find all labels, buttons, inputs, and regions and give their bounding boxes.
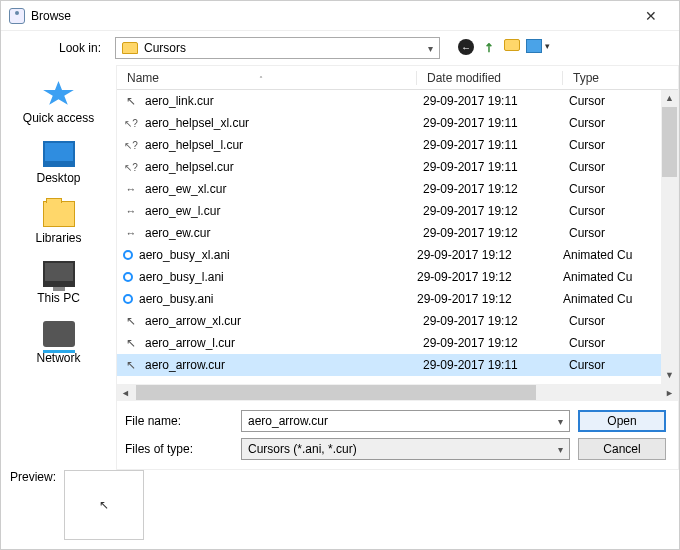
filter-value: Cursors (*.ani, *.cur): [248, 442, 357, 456]
file-icon: [123, 272, 133, 282]
file-row[interactable]: aero_helpsel_xl.cur29-09-2017 19:11Curso…: [117, 112, 678, 134]
file-icon: [123, 313, 139, 329]
sidebar-item-network[interactable]: Network: [1, 313, 116, 373]
file-date: 29-09-2017 19:12: [417, 292, 563, 306]
file-name: aero_ew_xl.cur: [145, 182, 423, 196]
column-type[interactable]: Type: [563, 71, 678, 85]
file-icon: [123, 181, 139, 197]
scroll-right-arrow-icon[interactable]: ►: [661, 388, 678, 398]
bottom-controls: File name: aero_arrow.cur ▾ Open Files o…: [117, 401, 678, 469]
new-folder-button[interactable]: [504, 39, 520, 51]
cursor-preview-icon: ↖: [99, 498, 109, 512]
file-icon: [123, 335, 139, 351]
up-one-level-button[interactable]: ↗: [476, 35, 501, 60]
sidebar-label: This PC: [37, 291, 80, 305]
file-name: aero_busy_l.ani: [139, 270, 417, 284]
column-name[interactable]: Name˄: [117, 71, 417, 85]
chevron-down-icon: ▾: [428, 43, 433, 54]
views-button[interactable]: [526, 39, 542, 53]
sidebar-item-desktop[interactable]: Desktop: [1, 133, 116, 193]
file-row[interactable]: aero_arrow_xl.cur29-09-2017 19:12Cursor: [117, 310, 678, 332]
sidebar-label: Libraries: [35, 231, 81, 245]
filter-label: Files of type:: [125, 442, 233, 456]
file-row[interactable]: aero_busy.ani29-09-2017 19:12Animated Cu: [117, 288, 678, 310]
file-icon: [123, 93, 139, 109]
sidebar-label: Quick access: [23, 111, 94, 125]
cancel-button[interactable]: Cancel: [578, 438, 666, 460]
file-row[interactable]: aero_link.cur29-09-2017 19:11Cursor: [117, 90, 678, 112]
file-icon: [123, 203, 139, 219]
sidebar-label: Desktop: [36, 171, 80, 185]
folder-icon: [122, 42, 138, 54]
file-row[interactable]: aero_arrow.cur29-09-2017 19:11Cursor: [117, 354, 678, 376]
vertical-scrollbar[interactable]: ▲ ▼: [661, 90, 678, 384]
file-name: aero_helpsel.cur: [145, 160, 423, 174]
filename-input[interactable]: aero_arrow.cur ▾: [241, 410, 570, 432]
file-row[interactable]: aero_arrow_l.cur29-09-2017 19:12Cursor: [117, 332, 678, 354]
file-name: aero_helpsel_xl.cur: [145, 116, 423, 130]
sidebar-item-this-pc[interactable]: This PC: [1, 253, 116, 313]
sidebar-label: Network: [36, 351, 80, 365]
file-row[interactable]: aero_helpsel.cur29-09-2017 19:11Cursor: [117, 156, 678, 178]
scroll-down-arrow-icon[interactable]: ▼: [661, 367, 678, 384]
window-title: Browse: [31, 9, 71, 23]
file-date: 29-09-2017 19:12: [423, 226, 569, 240]
column-headers: Name˄ Date modified Type: [117, 66, 678, 90]
close-button[interactable]: ✕: [631, 8, 671, 24]
network-icon: [43, 321, 75, 347]
file-list-pane: Name˄ Date modified Type aero_link.cur29…: [116, 65, 679, 470]
file-row[interactable]: aero_busy_xl.ani29-09-2017 19:12Animated…: [117, 244, 678, 266]
scroll-thumb[interactable]: [662, 107, 677, 177]
preview-box: ↖: [64, 470, 144, 540]
file-name: aero_arrow_l.cur: [145, 336, 423, 350]
file-name: aero_ew.cur: [145, 226, 423, 240]
desktop-icon: [43, 141, 75, 167]
file-date: 29-09-2017 19:12: [423, 314, 569, 328]
back-button[interactable]: ←: [458, 39, 474, 55]
file-row[interactable]: aero_busy_l.ani29-09-2017 19:12Animated …: [117, 266, 678, 288]
file-date: 29-09-2017 19:11: [423, 160, 569, 174]
scroll-left-arrow-icon[interactable]: ◄: [117, 388, 134, 398]
file-icon: [123, 250, 133, 260]
file-row[interactable]: aero_ew_l.cur29-09-2017 19:12Cursor: [117, 200, 678, 222]
file-name: aero_busy_xl.ani: [139, 248, 417, 262]
nav-toolbar: ← ↗: [458, 39, 542, 57]
file-icon: [123, 357, 139, 373]
preview-label: Preview:: [10, 470, 56, 484]
file-date: 29-09-2017 19:12: [423, 204, 569, 218]
file-row[interactable]: aero_ew.cur29-09-2017 19:12Cursor: [117, 222, 678, 244]
file-row[interactable]: aero_helpsel_l.cur29-09-2017 19:11Cursor: [117, 134, 678, 156]
scroll-up-arrow-icon[interactable]: ▲: [661, 90, 678, 107]
filename-label: File name:: [125, 414, 233, 428]
open-button[interactable]: Open: [578, 410, 666, 432]
file-date: 29-09-2017 19:11: [423, 116, 569, 130]
file-rows: aero_link.cur29-09-2017 19:11Cursoraero_…: [117, 90, 678, 384]
sidebar-item-quick-access[interactable]: Quick access: [1, 73, 116, 133]
file-icon: [123, 137, 139, 153]
file-icon: [123, 294, 133, 304]
file-name: aero_helpsel_l.cur: [145, 138, 423, 152]
titlebar: Browse ✕: [1, 1, 679, 31]
file-name: aero_arrow_xl.cur: [145, 314, 423, 328]
filter-dropdown[interactable]: Cursors (*.ani, *.cur) ▾: [241, 438, 570, 460]
lookin-dropdown[interactable]: Cursors ▾: [115, 37, 440, 59]
column-date[interactable]: Date modified: [417, 71, 563, 85]
file-date: 29-09-2017 19:12: [417, 248, 563, 262]
file-icon: [123, 115, 139, 131]
file-date: 29-09-2017 19:11: [423, 94, 569, 108]
scroll-thumb[interactable]: [136, 385, 536, 400]
preview-area: Preview: ↖: [10, 470, 144, 540]
lookin-value: Cursors: [144, 41, 186, 55]
file-name: aero_ew_l.cur: [145, 204, 423, 218]
pc-icon: [43, 261, 75, 287]
chevron-down-icon: ▾: [558, 416, 563, 427]
app-icon: [9, 8, 25, 24]
file-row[interactable]: aero_ew_xl.cur29-09-2017 19:12Cursor: [117, 178, 678, 200]
star-icon: [43, 81, 75, 107]
lookin-label: Look in:: [1, 41, 109, 55]
sidebar-item-libraries[interactable]: Libraries: [1, 193, 116, 253]
file-date: 29-09-2017 19:12: [417, 270, 563, 284]
horizontal-scrollbar[interactable]: ◄ ►: [117, 384, 678, 401]
lookin-row: Look in: Cursors ▾ ← ↗: [1, 31, 679, 65]
sort-indicator-icon: ˄: [259, 75, 263, 84]
